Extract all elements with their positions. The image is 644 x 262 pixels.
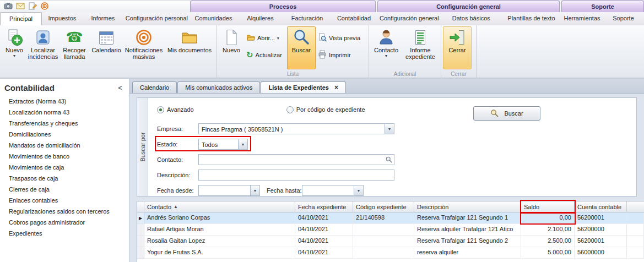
cell-contacto[interactable]: Rosalia Gaitan Lopez [144,236,295,247]
radio-por-codigo-de-expediente[interactable]: Por código de expediente [286,106,365,113]
chevron-down-icon[interactable]: ▼ [250,185,259,195]
tab-facturacion[interactable]: Facturación [284,12,331,25]
tab-impuestos[interactable]: Impuestos [42,12,83,25]
table-row[interactable]: ▶ Andrés Soriano Corpas 04/10/2021 21/14… [137,212,644,224]
broadcast-icon[interactable] [40,1,50,11]
cell-contacto[interactable]: Yogur de Frutas S.A. [144,247,295,259]
doc-tab-lista-de-expedientes[interactable]: Lista de Expedientes × [261,81,345,93]
mail-icon[interactable] [15,1,25,11]
table-row[interactable]: Rosalia Gaitan Lopez 04/10/2021 Reserva … [137,236,644,247]
contacto-input[interactable] [198,154,394,165]
column-header-fecha-expediente[interactable]: Fecha expediente [295,201,353,212]
vista-previa-button[interactable]: Vista previa [316,32,365,44]
sidebar-item-movimientos-de-banco[interactable]: Movimientos de banco [0,151,129,162]
cell-fecha[interactable]: 04/10/2021 [295,212,353,224]
calendario-button[interactable]: Calendario [90,26,123,69]
table-row[interactable]: Rafael Artigas Moran 04/10/2021 Reserva … [137,224,644,236]
column-header-contacto[interactable]: Contacto ▲ [144,201,295,212]
sidebar-item-transferencias-y-cheques[interactable]: Transferencias y cheques [0,118,129,129]
cell-fecha[interactable]: 04/10/2021 [295,247,353,259]
cell-descripcion[interactable]: Reserva alquiler Trafalgar 121 Atico [414,224,521,236]
sidebar-item-cierres-de-caja[interactable]: Cierres de caja [0,184,129,195]
column-header-cuenta-contable[interactable]: Cuenta contable [575,201,627,212]
tab-informes[interactable]: Informes [83,12,123,25]
fecha-hasta-dropdown[interactable]: ▼ [302,185,364,196]
sidebar-item-mandatos-de-domiciliacion[interactable]: Mandatos de domiciliación [0,140,129,151]
fecha-desde-dropdown[interactable]: ▼ [198,185,260,196]
cell-cuenta[interactable]: 56200000 [575,224,627,236]
mis-documentos-button[interactable]: Mis documentos [165,26,214,69]
chevron-down-icon[interactable]: ▼ [385,124,394,134]
tab-soporte[interactable]: Soporte [603,12,644,25]
sidebar-item-localizacion-norma-43[interactable]: Localización norma 43 [0,107,129,118]
sidebar-collapse-icon[interactable]: < [116,84,125,92]
close-icon[interactable]: × [334,84,338,91]
doc-tab-calendario[interactable]: Calendario [132,81,177,93]
cell-cuenta[interactable]: 56000000 [575,247,627,259]
chevron-down-icon[interactable]: ▼ [354,185,363,195]
cell-saldo[interactable]: 2.100,00 [521,224,575,236]
row-gutter [137,224,144,236]
sidebar-item-extractos-norma-43[interactable]: Extractos (Norma 43) [0,96,129,107]
sidebar-item-regularizaciones-saldos[interactable]: Regularizaciones saldos con terceros [0,206,129,217]
sidebar-item-domiciliaciones[interactable]: Domiciliaciones [0,129,129,140]
button-label: Cerrar [448,47,466,53]
cell-fecha[interactable]: 04/10/2021 [295,224,353,236]
cell-descripcion[interactable]: Reserva Trafalgar 121 Segundo 1 [414,212,521,224]
cell-cuenta[interactable]: 56200001 [575,212,627,224]
sidebar-item-enlaces-contables[interactable]: Enlaces contables [0,195,129,206]
tab-herramientas[interactable]: Herramientas [561,12,603,25]
tab-contabilidad[interactable]: Contabilidad [331,12,377,25]
cell-cuenta[interactable]: 56200001 [575,236,627,247]
table-row[interactable]: Yogur de Frutas S.A. 04/10/2021 reserva … [137,247,644,259]
cell-saldo[interactable]: 2.500,00 [521,236,575,247]
cerrar-button[interactable]: Cerrar [443,26,472,69]
recoger-llamada-button[interactable]: ☎ Recoger llamada [59,26,90,69]
localizar-incidencias-button[interactable]: Localizar incidencias [27,26,59,69]
cell-saldo[interactable]: 5.000,00 [521,247,575,259]
column-header-descripcion[interactable]: Descripción [414,201,521,212]
cell-codigo[interactable]: 21/140598 [353,212,414,224]
actualizar-button[interactable]: ↻ Actualizar [244,49,287,61]
sidebar-item-traspasos-de-caja[interactable]: Traspasos de caja [0,173,129,184]
notificaciones-masivas-button[interactable]: Notificaciones masivas [123,26,165,69]
column-header-codigo-expediente[interactable]: Código expediente [353,201,414,212]
chevron-down-icon[interactable]: ▼ [238,139,247,149]
imprimir-button[interactable]: Imprimir [316,49,365,61]
estado-dropdown[interactable]: Todos ▼ [198,139,248,150]
sidebar-item-expedientes[interactable]: Expedientes [0,228,129,239]
search-icon[interactable] [385,156,393,165]
descripcion-input[interactable] [198,170,394,181]
contacto-button[interactable]: Contacto ▾ [371,26,402,69]
nuevo-button[interactable]: Nuevo ▾ [2,26,27,69]
informe-expediente-button[interactable]: Informe expediente [402,26,439,69]
camera-icon[interactable] [3,1,13,11]
sidebar-item-movimientos-de-caja[interactable]: Movimientos de caja [0,162,129,173]
tab-alquileres[interactable]: Alquileres [237,12,284,25]
cell-codigo[interactable] [353,224,414,236]
cell-descripcion[interactable]: reserva alquiler [414,247,521,259]
tab-principal[interactable]: Principal [0,12,42,25]
cell-contacto[interactable]: Rafael Artigas Moran [144,224,295,236]
tab-configuracion-personal[interactable]: Configuración personal [123,12,190,25]
tab-datos-basicos[interactable]: Datos básicos [441,12,501,25]
cell-codigo[interactable] [353,236,414,247]
tab-comunidades[interactable]: Comunidades [190,12,237,25]
cell-saldo[interactable]: 0,00 [521,212,575,224]
abrir-button[interactable]: Abrir... ▾ [244,32,287,44]
column-header-saldo[interactable]: Saldo [521,201,575,212]
sidebar-item-cobros-pagos-administrador[interactable]: Cobros pagos administrador [0,217,129,228]
buscar-button[interactable]: Buscar [473,106,540,121]
cell-contacto[interactable]: Andrés Soriano Corpas [144,212,295,224]
cell-codigo[interactable] [353,247,414,259]
radio-avanzado[interactable]: Avanzado [157,106,194,113]
nuevo-expediente-button[interactable]: Nuevo [219,26,244,69]
buscar-ribbon-button[interactable]: Buscar [287,26,316,69]
edit-icon[interactable] [28,1,37,11]
tab-configuracion-general[interactable]: Configuración general [377,12,441,25]
empresa-dropdown[interactable]: Fincas Pragma ( 35058521N ) ▼ [198,123,394,134]
tab-plantillas-de-texto[interactable]: Plantillas de texto [501,12,561,25]
cell-fecha[interactable]: 04/10/2021 [295,236,353,247]
cell-descripcion[interactable]: Reserva Trafalgar 121 Segundo 2 [414,236,521,247]
doc-tab-mis-comunicados-activos[interactable]: Mis comunicados activos [177,81,260,93]
